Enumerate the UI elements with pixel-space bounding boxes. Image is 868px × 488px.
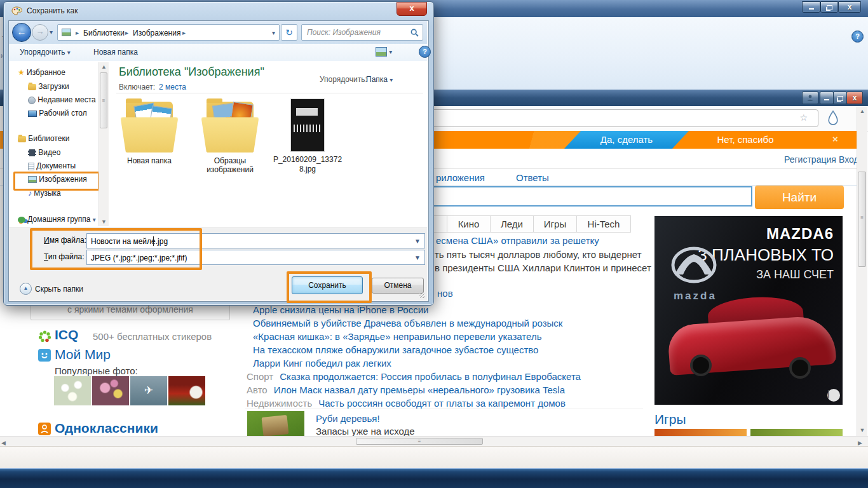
scroll-up-icon: ▲ xyxy=(857,107,867,116)
sidebar-item-documents[interactable]: Документы xyxy=(28,161,76,170)
news-item: На техасском пляже обнаружили загадочное… xyxy=(247,344,538,355)
headline-link: есмена США» отправили за решетку xyxy=(436,235,599,246)
headline-text: в президенты США Хиллари Клинтон и прине… xyxy=(435,262,651,273)
sidebar-item-desktop[interactable]: Рабочий стол xyxy=(28,109,87,118)
combo-dropdown-icon[interactable]: ▼ xyxy=(414,254,421,261)
dialog-search-input[interactable]: Поиск: Изображения xyxy=(301,24,423,41)
sidebar-item-downloads[interactable]: Загрузки xyxy=(28,82,69,91)
headline-fragment: нов xyxy=(437,288,453,299)
help-icon[interactable]: ? xyxy=(419,46,431,58)
combo-dropdown-icon[interactable]: ▼ xyxy=(414,238,421,245)
paint-close-button[interactable]: x xyxy=(838,1,861,13)
file-item-photo[interactable]: P_20160209_133728.jpg xyxy=(271,98,344,187)
folder-icon xyxy=(207,98,254,152)
homegroup-icon xyxy=(18,217,25,223)
breadcrumb-separator-icon: ▸ xyxy=(76,29,79,36)
nav-apps-link: риложения xyxy=(436,172,485,183)
views-icon xyxy=(376,47,387,57)
browser-scrollbar: ▲ ≡ ▼ xyxy=(857,107,867,436)
back-button[interactable]: ← xyxy=(12,23,31,42)
tab-ledi: Леди xyxy=(490,215,534,233)
notification-yes-button: Да, сделать xyxy=(564,131,689,149)
cancel-button[interactable]: Отмена xyxy=(372,278,424,294)
organize-menu[interactable]: Упорядочить ▾ xyxy=(20,48,71,57)
paint-restore-button[interactable] xyxy=(820,1,838,13)
hide-folders-icon: ▲ xyxy=(20,283,32,295)
refresh-button[interactable]: ↻ xyxy=(281,24,297,41)
breadcrumb-current[interactable]: Изображения xyxy=(133,29,180,37)
paint-minimize-button[interactable] xyxy=(802,1,820,13)
minimize-icon xyxy=(824,99,829,100)
file-item-new-folder[interactable]: Новая папка xyxy=(115,98,184,187)
save-highlight-annotation xyxy=(287,271,372,303)
scrollbar-thumb[interactable]: ≡ xyxy=(356,438,483,445)
icq-text: 500+ бесплатных стикеров xyxy=(93,331,212,342)
sidebar-item-video[interactable]: Видео xyxy=(28,148,60,157)
restore-icon xyxy=(837,96,843,101)
news-item: «Красная кишка»: в «Зарядье» неправильно… xyxy=(247,331,541,342)
breadcrumb-libraries[interactable]: Библиотеки xyxy=(83,29,125,37)
address-bar[interactable]: ▸ Библиотеки ▸ Изображения ▸ ▾ xyxy=(57,24,280,41)
nav-history-dropdown-icon[interactable]: ▾ xyxy=(50,29,53,36)
mazda-logo-icon xyxy=(671,247,717,283)
divider xyxy=(116,93,423,93)
sidebar-item-libraries[interactable]: Библиотеки xyxy=(18,134,69,143)
dialog-body: ← → ▾ ▸ Библиотеки ▸ Изображения ▸ ▾ ↻ П… xyxy=(8,20,429,302)
arrange-label: Упорядочить: xyxy=(320,75,367,84)
icq-link: ICQ xyxy=(55,327,78,342)
promo-title-link: Руби деревья! xyxy=(316,413,380,424)
restore-icon xyxy=(827,5,832,10)
forward-button[interactable]: → xyxy=(32,24,48,41)
arrange-dropdown[interactable]: Папка ▾ xyxy=(366,75,393,84)
desktop: x ? тур ▾ ивка ▾ Толщина ▾ Цвет 1 Цвет 2 xyxy=(0,0,868,488)
sidebar-item-homegroup[interactable]: Домашняя группа ▾ xyxy=(18,215,96,224)
ok-icon xyxy=(38,423,51,435)
includes-link[interactable]: 2 места xyxy=(159,83,186,92)
photos-label: Популярные фото: xyxy=(55,365,138,376)
sidebar-scrollbar[interactable]: ▲ ≡ ▼ xyxy=(98,62,109,226)
amigo-drop-icon xyxy=(826,110,840,126)
close-icon: x xyxy=(853,94,857,102)
register-link: Регистрация xyxy=(784,154,836,165)
scrollbar-thumb[interactable]: ≡ xyxy=(100,72,107,128)
ad-model: MAZDA6 xyxy=(766,225,834,243)
file-browser: ★ Избранное Загрузки Недавние места Рабо… xyxy=(9,61,427,227)
scroll-down-icon: ▼ xyxy=(99,217,109,226)
file-label: Образцы изображений xyxy=(196,156,264,174)
tab-kino: Кино xyxy=(447,215,491,233)
hide-folders-button[interactable]: Скрыть папки xyxy=(35,285,83,294)
promo-subtitle: Запасы уже на исходе xyxy=(316,426,415,436)
sidebar-item-favorites[interactable]: ★ Избранное xyxy=(18,68,65,77)
sidebar-item-recent[interactable]: Недавние места xyxy=(28,95,96,104)
notification-no-button: Нет, спасибо xyxy=(698,131,793,149)
popular-photo xyxy=(92,376,129,405)
file-item-sample-pictures[interactable]: Образцы изображений xyxy=(196,98,264,187)
promo-image xyxy=(247,411,304,436)
views-button[interactable]: ▾ xyxy=(376,47,392,57)
video-icon xyxy=(28,149,36,156)
ad-info-icon: i xyxy=(827,389,840,402)
car-wheel xyxy=(690,355,712,376)
filename-highlight-annotation xyxy=(30,228,202,270)
dialog-close-button[interactable]: x xyxy=(397,2,427,16)
location-icon xyxy=(62,29,71,36)
paint-statusbar: 1366 × 768пкс Размер: 346,8КБ 100% − + xyxy=(0,446,868,469)
site-search-button: Найти xyxy=(755,186,844,209)
browser-profile-button xyxy=(802,92,818,104)
person-icon xyxy=(806,94,814,102)
resize-grip[interactable] xyxy=(419,293,424,298)
close-icon: x xyxy=(848,3,852,11)
new-folder-button[interactable]: Новая папка xyxy=(93,48,138,57)
popular-photo xyxy=(54,376,91,405)
news-item: Обвиняемый в убийстве Драчева объявлен в… xyxy=(247,318,562,329)
login-link: Вход xyxy=(839,154,859,165)
ribbon-help-icon[interactable]: ? xyxy=(851,30,864,43)
address-dropdown-icon[interactable]: ▾ xyxy=(272,29,275,36)
dialog-navrow: ← → ▾ ▸ Библиотеки ▸ Изображения ▸ ▾ ↻ П… xyxy=(9,21,427,44)
canvas-hscrollbar[interactable]: ◀ ≡ ▶ xyxy=(0,436,868,446)
popular-photo xyxy=(168,376,205,405)
desktop-icon xyxy=(28,111,37,117)
ad-offer-line1: 3 ПЛАНОВЫХ ТО xyxy=(698,245,834,265)
library-header: Библиотека "Изображения" xyxy=(119,65,264,79)
taskbar: RU ▲ 11:43 14.09.2017 xyxy=(0,468,868,488)
